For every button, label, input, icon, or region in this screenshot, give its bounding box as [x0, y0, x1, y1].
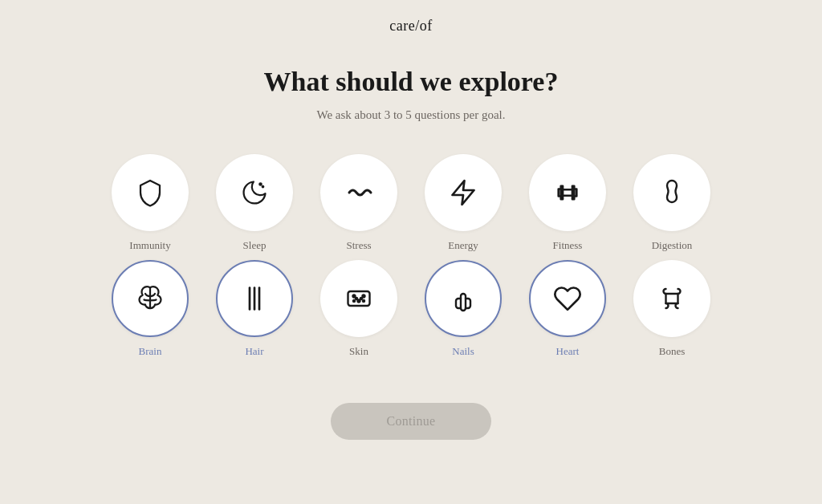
digestion-icon: [633, 154, 710, 231]
card-label-skin: Skin: [349, 345, 368, 358]
card-fitness[interactable]: Fitness: [519, 154, 616, 252]
bones-icon: [633, 260, 710, 337]
card-label-immunity: Immunity: [129, 239, 170, 252]
card-label-heart: Heart: [556, 345, 580, 358]
svg-point-1: [262, 186, 264, 188]
heart-icon: [529, 260, 606, 337]
card-label-fitness: Fitness: [553, 239, 583, 252]
card-nails[interactable]: Nails: [415, 260, 511, 358]
sleep-icon: [216, 154, 293, 231]
brain-icon: [112, 260, 189, 337]
card-immunity[interactable]: Immunity: [102, 154, 198, 252]
nails-icon: [425, 260, 502, 337]
card-label-brain: Brain: [139, 345, 162, 358]
page-heading: What should we explore?: [264, 67, 559, 97]
continue-button[interactable]: Continue: [331, 403, 491, 440]
card-label-digestion: Digestion: [652, 239, 693, 252]
card-bones[interactable]: Bones: [624, 260, 720, 358]
card-stress[interactable]: Stress: [311, 154, 407, 252]
skin-icon: [320, 260, 397, 337]
energy-icon: [425, 154, 502, 231]
svg-point-0: [259, 183, 261, 185]
card-label-sleep: Sleep: [243, 239, 267, 252]
options-grid: Immunity Sleep Stress Energy Fitness Dig…: [102, 154, 720, 358]
svg-point-9: [353, 300, 355, 302]
svg-point-6: [363, 295, 365, 298]
stress-icon: [320, 154, 397, 231]
svg-point-7: [356, 298, 357, 299]
svg-point-10: [363, 300, 364, 302]
card-heart[interactable]: Heart: [519, 260, 616, 358]
svg-marker-2: [453, 181, 474, 205]
svg-point-5: [358, 300, 360, 303]
immunity-icon: [112, 154, 189, 231]
card-skin[interactable]: Skin: [311, 260, 407, 358]
card-label-bones: Bones: [659, 345, 686, 358]
card-hair[interactable]: Hair: [206, 260, 303, 358]
svg-point-4: [353, 295, 356, 298]
card-label-stress: Stress: [346, 239, 371, 252]
hair-icon: [216, 260, 293, 337]
card-sleep[interactable]: Sleep: [206, 154, 303, 252]
card-brain[interactable]: Brain: [102, 260, 198, 358]
svg-rect-3: [348, 291, 370, 306]
fitness-icon: [529, 154, 606, 231]
card-energy[interactable]: Energy: [415, 154, 511, 252]
svg-point-8: [360, 298, 362, 299]
card-digestion[interactable]: Digestion: [624, 154, 720, 252]
card-label-nails: Nails: [452, 345, 474, 358]
card-label-energy: Energy: [448, 239, 478, 252]
logo: care/of: [389, 18, 432, 35]
card-label-hair: Hair: [245, 345, 263, 358]
page-subheading: We ask about 3 to 5 questions per goal.: [317, 108, 506, 122]
